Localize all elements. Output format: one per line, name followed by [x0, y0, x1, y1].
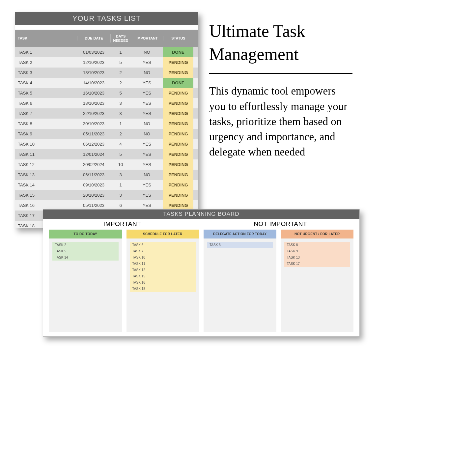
board-column-list: TASK 8TASK 9TASK 13TASK 17	[284, 242, 350, 267]
table-row: TASK 1306/11/20233NOPENDING	[15, 170, 198, 180]
cell-due: 13/10/2023	[77, 68, 110, 78]
board-item: TASK 8	[284, 242, 350, 248]
board-item: TASK 15	[130, 273, 196, 279]
cell-status: PENDING	[163, 180, 193, 190]
promo-block: Ultimate Task Management This dynamic to…	[209, 20, 352, 159]
cell-due: 18/10/2023	[77, 98, 110, 108]
board-column-header: DELEGATE ACTION FOR TODAY	[204, 230, 276, 238]
board-column-list: TASK 2TASK 5TASK 14	[52, 242, 119, 261]
cell-status: PENDING	[163, 139, 193, 149]
cell-status: PENDING	[163, 170, 193, 180]
table-row: TASK 1409/10/20231YESPENDING	[15, 180, 198, 190]
cell-important: YES	[131, 149, 163, 159]
cell-status: PENDING	[163, 149, 193, 159]
board-column-list: TASK 6TASK 7TASK 10TASK 11TASK 12TASK 15…	[130, 242, 196, 292]
board-item: TASK 11	[130, 261, 196, 267]
board-item: TASK 10	[130, 254, 196, 261]
cell-due: 12/01/2024	[77, 149, 110, 159]
cell-due: 30/10/2023	[77, 119, 110, 129]
cell-important: YES	[131, 98, 163, 108]
cell-task: TASK 15	[15, 190, 77, 200]
cell-task: TASK 10	[15, 139, 77, 149]
col-due: DUE DATE	[77, 36, 110, 41]
board-item: TASK 14	[52, 254, 119, 261]
board-item: TASK 2	[52, 242, 119, 248]
cell-due: 14/10/2023	[77, 78, 110, 88]
table-row: TASK 414/10/20232YESDONE	[15, 78, 198, 88]
tasks-list-card: YOUR TASKS LIST TASK DUE DATE DAYS NEEDE…	[15, 12, 198, 228]
cell-task: TASK 14	[15, 180, 77, 190]
cell-task: TASK 5	[15, 88, 77, 98]
cell-important: YES	[131, 190, 163, 200]
table-row: TASK 516/10/20235YESPENDING	[15, 88, 198, 98]
table-row: TASK 1520/10/20233YESPENDING	[15, 190, 198, 200]
cell-due: 06/11/2023	[77, 170, 110, 180]
cell-important: NO	[131, 129, 163, 139]
cell-important: YES	[131, 159, 163, 170]
cell-due: 20/02/2024	[77, 159, 110, 170]
table-row: TASK 1006/12/20234YESPENDING	[15, 139, 198, 149]
cell-task: TASK 11	[15, 149, 77, 159]
cell-status: PENDING	[163, 129, 193, 139]
tasks-list-title: YOUR TASKS LIST	[15, 12, 198, 25]
cell-due: 09/10/2023	[77, 180, 110, 190]
cell-task: TASK 8	[15, 119, 77, 129]
board-column-header: SCHEDULE FOR LATER	[126, 230, 199, 238]
cell-status: PENDING	[163, 108, 193, 119]
cell-status: PENDING	[163, 119, 193, 129]
cell-status: PENDING	[163, 159, 193, 170]
table-row: TASK 313/10/20232NOPENDING	[15, 68, 198, 78]
cell-days: 2	[110, 68, 131, 78]
cell-task: TASK 3	[15, 68, 77, 78]
board-title: TASKS PLANNING BOARD	[43, 210, 359, 219]
divider	[209, 73, 352, 74]
board-item: TASK 5	[52, 248, 119, 254]
promo-title: Ultimate Task Management	[209, 20, 352, 66]
table-row: TASK 1112/01/20245YESPENDING	[15, 149, 198, 159]
board-sections-row: IMPORTANT NOT IMPORTANT	[43, 219, 359, 230]
cell-status: PENDING	[163, 98, 193, 108]
planning-board-card: TASKS PLANNING BOARD IMPORTANT NOT IMPOR…	[43, 209, 360, 337]
board-item: TASK 6	[130, 242, 196, 248]
col-task: TASK	[15, 36, 77, 41]
cell-due: 20/10/2023	[77, 190, 110, 200]
cell-days: 2	[110, 129, 131, 139]
cell-important: YES	[131, 180, 163, 190]
cell-task: TASK 13	[15, 170, 77, 180]
cell-days: 1	[110, 47, 131, 57]
section-important: IMPORTANT	[43, 220, 201, 228]
cell-due: 05/11/2023	[77, 129, 110, 139]
cell-days: 1	[110, 180, 131, 190]
cell-due: 06/12/2023	[77, 139, 110, 149]
cell-important: NO	[131, 47, 163, 57]
board-column: TO DO TODAYTASK 2TASK 5TASK 14	[49, 230, 122, 332]
cell-important: NO	[131, 119, 163, 129]
promo-body: This dynamic tool empowers you to effort…	[209, 83, 352, 159]
cell-important: YES	[131, 139, 163, 149]
board-item: TASK 12	[130, 267, 196, 273]
cell-days: 5	[110, 149, 131, 159]
cell-days: 3	[110, 170, 131, 180]
cell-important: YES	[131, 108, 163, 119]
board-column: NOT URGENT / FOR LATERTASK 8TASK 9TASK 1…	[281, 230, 354, 332]
board-item: TASK 9	[284, 248, 350, 254]
cell-task: TASK 7	[15, 108, 77, 119]
cell-task: TASK 2	[15, 57, 77, 68]
cell-important: NO	[131, 68, 163, 78]
cell-task: TASK 6	[15, 98, 77, 108]
board-column: DELEGATE ACTION FOR TODAYTASK 3	[204, 230, 276, 332]
tasks-header-row: TASK DUE DATE DAYS NEEDED IMPORTANT STAT…	[15, 30, 198, 47]
cell-days: 10	[110, 159, 131, 170]
cell-important: NO	[131, 170, 163, 180]
cell-task: TASK 12	[15, 159, 77, 170]
table-row: TASK 722/10/20233YESPENDING	[15, 108, 198, 119]
cell-days: 3	[110, 190, 131, 200]
cell-status: PENDING	[163, 68, 193, 78]
board-item: TASK 7	[130, 248, 196, 254]
table-row: TASK 1220/02/202410YESPENDING	[15, 159, 198, 170]
cell-due: 01/03/2023	[77, 47, 110, 57]
col-important: IMPORTANT	[131, 36, 163, 41]
table-row: TASK 212/10/20235YESPENDING	[15, 57, 198, 68]
cell-days: 2	[110, 78, 131, 88]
board-item: TASK 3	[207, 242, 273, 248]
